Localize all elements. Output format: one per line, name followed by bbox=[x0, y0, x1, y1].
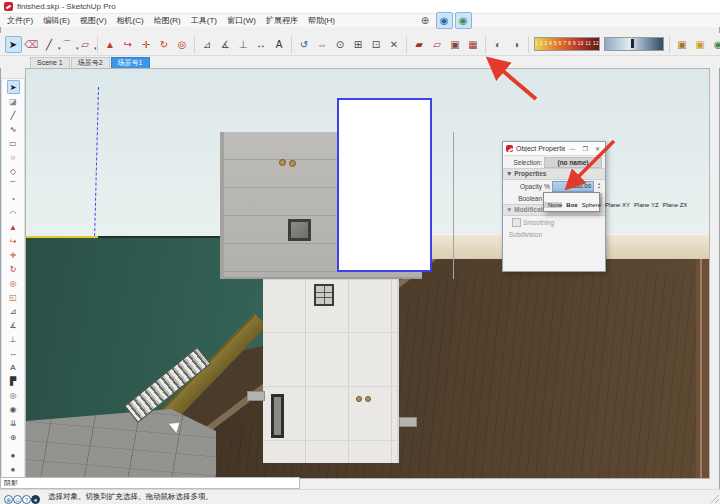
lt-walk-icon[interactable]: ⇊ bbox=[7, 416, 20, 430]
style-shaded-icon[interactable]: ◐ bbox=[490, 36, 507, 53]
lt-move-icon[interactable]: ✛ bbox=[7, 248, 20, 262]
toggle-terrain-icon[interactable]: ◉ bbox=[455, 12, 472, 29]
protractor-icon[interactable]: ∡ bbox=[217, 36, 234, 53]
selected-white-plane[interactable] bbox=[337, 98, 432, 272]
tape-measure-icon[interactable]: ⊿ bbox=[199, 36, 216, 53]
scene-tab-0[interactable]: Scene 1 bbox=[30, 57, 70, 68]
orbit-tool-icon[interactable]: ↺ bbox=[296, 36, 313, 53]
3d-viewport[interactable] bbox=[25, 68, 710, 479]
pan-tool-icon[interactable]: ⇔ bbox=[314, 36, 331, 53]
maximize-button[interactable]: ❒ bbox=[581, 145, 590, 152]
lt-arc-icon[interactable]: ⌒ bbox=[7, 178, 20, 192]
close-button[interactable]: ✕ bbox=[593, 145, 602, 152]
lt-orbit-icon[interactable]: ⊕ bbox=[7, 430, 20, 444]
lt-plugin-icon-1[interactable]: ● bbox=[7, 448, 20, 462]
style-wireframe-icon[interactable]: ◑ bbox=[508, 36, 525, 53]
section-cut-icon[interactable]: ▣ bbox=[447, 36, 464, 53]
dialog-title-bar[interactable]: Object Properties — ❒ ✕ bbox=[503, 142, 605, 156]
lt-line-icon[interactable]: ╱ bbox=[7, 108, 20, 122]
boolean-option-3[interactable]: Plane XY bbox=[601, 202, 630, 208]
lt-polygon-icon[interactable]: ◇ bbox=[7, 164, 20, 178]
lt-text-icon[interactable]: A bbox=[7, 360, 20, 374]
eraser-tool-icon[interactable]: ⌫ bbox=[23, 36, 40, 53]
boolean-option-4[interactable]: Plane YZ bbox=[630, 202, 659, 208]
text-tool-icon[interactable]: A bbox=[271, 36, 288, 53]
menu-item-4[interactable]: 绘图(R) bbox=[149, 14, 186, 27]
lt-select-icon[interactable]: ➤ bbox=[7, 80, 20, 94]
menu-item-7[interactable]: 扩展程序 bbox=[261, 14, 303, 27]
boolean-option-0[interactable]: None bbox=[544, 202, 562, 208]
boolean-option-5[interactable]: Plane ZX bbox=[659, 202, 688, 208]
section-plane-icon[interactable]: ▰ bbox=[411, 36, 428, 53]
boolean-option-2[interactable]: Sphere bbox=[578, 202, 601, 208]
folder-icon[interactable]: ▣ bbox=[674, 36, 691, 53]
menu-item-8[interactable]: 帮助(H) bbox=[303, 14, 340, 27]
rotate-tool-icon[interactable]: ↻ bbox=[156, 36, 173, 53]
lt-scale-icon[interactable]: ◱ bbox=[7, 290, 20, 304]
line-tool-icon[interactable]: ╱▾ bbox=[41, 36, 58, 53]
lt-position-camera-icon[interactable]: ◎ bbox=[7, 388, 20, 402]
scene-tab-2[interactable]: 场景号1 bbox=[111, 57, 150, 68]
menu-item-5[interactable]: 工具(T) bbox=[186, 14, 222, 27]
zoom-extents-icon[interactable]: ⊡ bbox=[368, 36, 385, 53]
credit-status-icon[interactable]: ☺ bbox=[13, 495, 22, 504]
globe-status-icon[interactable]: ● bbox=[31, 495, 40, 504]
brass-fixture-2 bbox=[289, 160, 296, 167]
section-display-icon[interactable]: ▱ bbox=[429, 36, 446, 53]
menu-item-3[interactable]: 相机(C) bbox=[112, 14, 149, 27]
lt-3dtext-icon[interactable]: ▛ bbox=[7, 374, 20, 388]
menu-item-0[interactable]: 文件(F) bbox=[2, 14, 38, 27]
add-location-icon[interactable]: ◉ bbox=[436, 12, 453, 29]
lt-arc2-icon[interactable]: ◠ bbox=[7, 206, 20, 220]
time-slider-handle[interactable] bbox=[631, 39, 634, 48]
lt-rectangle-icon[interactable]: ▭ bbox=[7, 136, 20, 150]
arc-tool-icon[interactable]: ⌒▾ bbox=[59, 36, 76, 53]
section-fill-icon[interactable]: ▦ bbox=[465, 36, 482, 53]
lt-followme-icon[interactable]: ↪ bbox=[7, 234, 20, 248]
shadow-time-slider[interactable] bbox=[604, 37, 664, 51]
axes-icon[interactable]: ⊥ bbox=[235, 36, 252, 53]
lt-freehand-icon[interactable]: ∿ bbox=[7, 122, 20, 136]
lt-pushpull-icon[interactable]: ▲ bbox=[7, 220, 20, 234]
road-right-band bbox=[696, 259, 709, 478]
scene-tab-1[interactable]: 场景号2 bbox=[71, 57, 110, 68]
geolocation-status-icon[interactable]: ⊕ bbox=[4, 495, 13, 504]
lt-axes-icon[interactable]: ⊥ bbox=[7, 332, 20, 346]
opacity-slider[interactable]: 100.00 bbox=[552, 181, 594, 192]
followme-tool-icon[interactable]: ↪ bbox=[120, 36, 137, 53]
geo-crosshair-icon[interactable]: ⊕ bbox=[417, 12, 434, 29]
menu-item-2[interactable]: 视图(V) bbox=[75, 14, 112, 27]
opacity-spinner[interactable]: ▲▼ bbox=[596, 182, 602, 191]
zoom-window-icon[interactable]: ⊞ bbox=[350, 36, 367, 53]
menu-item-1[interactable]: 编辑(E) bbox=[38, 14, 75, 27]
properties-section-header[interactable]: ▼ Properties bbox=[503, 168, 605, 180]
lt-offset-icon[interactable]: ◎ bbox=[7, 276, 20, 290]
lt-circle-icon[interactable]: ○ bbox=[7, 150, 20, 164]
open-folder-icon[interactable]: ▣ bbox=[692, 36, 709, 53]
shadow-date-slider[interactable]: 1 2 3 4 5 6 7 8 9 10 11 12 bbox=[534, 37, 600, 51]
move-tool-icon[interactable]: ✛ bbox=[138, 36, 155, 53]
lt-plugin-icon-2[interactable]: ● bbox=[7, 462, 20, 476]
rectangle-tool-icon[interactable]: ▱▾ bbox=[77, 36, 94, 53]
zoom-tool-icon[interactable]: ⊙ bbox=[332, 36, 349, 53]
globe-icon[interactable]: ◉ bbox=[710, 36, 720, 53]
lt-protractor-icon[interactable]: ∡ bbox=[7, 318, 20, 332]
resize-grip[interactable] bbox=[709, 493, 719, 503]
lt-pie-icon[interactable]: ◔ bbox=[7, 192, 20, 206]
select-tool-icon[interactable]: ➤ bbox=[5, 36, 22, 53]
previous-view-icon[interactable]: ✕ bbox=[386, 36, 403, 53]
lt-rotate-icon[interactable]: ↻ bbox=[7, 262, 20, 276]
minimize-button[interactable]: — bbox=[568, 146, 578, 152]
lt-look-around-icon[interactable]: ◉ bbox=[7, 402, 20, 416]
lt-dimension-icon[interactable]: ↔ bbox=[7, 346, 20, 360]
smoothing-checkbox[interactable] bbox=[512, 218, 521, 227]
offset-tool-icon[interactable]: ◎ bbox=[174, 36, 191, 53]
selection-value: (no name) bbox=[544, 157, 602, 168]
lt-make-component-icon[interactable]: ◪ bbox=[7, 94, 20, 108]
lt-tape-icon[interactable]: ⊿ bbox=[7, 304, 20, 318]
pushpull-tool-icon[interactable]: ▲ bbox=[102, 36, 119, 53]
dimension-icon[interactable]: ↔ bbox=[253, 36, 270, 53]
menu-item-6[interactable]: 窗口(W) bbox=[222, 14, 261, 27]
help-status-icon[interactable]: ? bbox=[22, 495, 31, 504]
boolean-option-1[interactable]: Box bbox=[562, 202, 577, 208]
